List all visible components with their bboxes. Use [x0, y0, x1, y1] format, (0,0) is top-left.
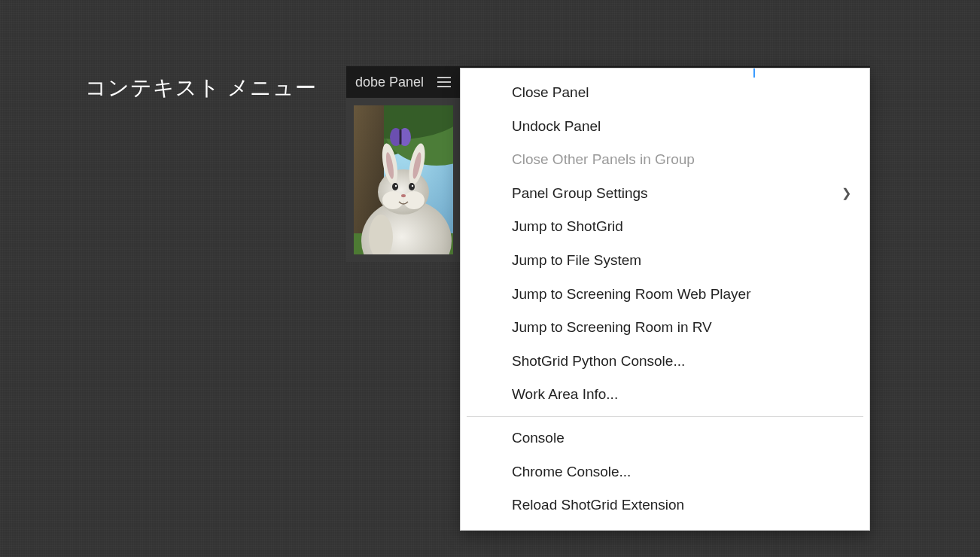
- menu-item-label: Close Panel: [512, 83, 589, 103]
- svg-point-10: [378, 169, 429, 215]
- page-title: コンテキスト メニュー: [85, 74, 317, 102]
- menu-item-work-area-info[interactable]: Work Area Info...: [461, 378, 869, 412]
- svg-point-19: [395, 185, 397, 187]
- svg-point-21: [401, 194, 406, 197]
- menu-item-close-panel[interactable]: Close Panel: [461, 76, 869, 110]
- menu-item-label: Jump to Screening Room Web Player: [512, 285, 751, 305]
- menu-item-jump-to-file-system[interactable]: Jump to File System: [461, 244, 869, 278]
- menu-item-jump-to-screening-room-web[interactable]: Jump to Screening Room Web Player: [461, 278, 869, 312]
- menu-item-label: Jump to File System: [512, 251, 641, 271]
- menu-separator: [467, 416, 863, 417]
- menu-item-label: Reload ShotGrid Extension: [512, 495, 684, 516]
- menu-item-panel-group-settings[interactable]: Panel Group Settings ❯: [461, 177, 869, 211]
- menu-item-label: Undock Panel: [512, 117, 601, 137]
- menu-item-label: Jump to ShotGrid: [512, 217, 623, 237]
- svg-point-18: [409, 183, 415, 190]
- menu-item-chrome-console[interactable]: Chrome Console...: [461, 455, 869, 489]
- panel-tab-label: dobe Panel: [351, 75, 428, 90]
- svg-point-16: [403, 191, 425, 209]
- menu-item-label: Close Other Panels in Group: [512, 150, 695, 170]
- menu-item-label: Chrome Console...: [512, 462, 631, 482]
- menu-item-jump-to-screening-room-rv[interactable]: Jump to Screening Room in RV: [461, 311, 869, 345]
- panel-tab[interactable]: dobe Panel: [346, 71, 455, 93]
- accent-indicator: [753, 68, 755, 78]
- menu-item-jump-to-shotgrid[interactable]: Jump to ShotGrid: [461, 210, 869, 244]
- svg-point-15: [382, 191, 403, 209]
- menu-item-label: ShotGrid Python Console...: [512, 352, 685, 372]
- menu-item-shotgrid-python-console[interactable]: ShotGrid Python Console...: [461, 345, 869, 379]
- context-menu: Close Panel Undock Panel Close Other Pan…: [460, 68, 870, 531]
- menu-item-label: Console: [512, 428, 565, 449]
- menu-item-close-other-panels: Close Other Panels in Group: [461, 143, 869, 177]
- svg-point-17: [392, 183, 398, 190]
- hamburger-icon[interactable]: [433, 71, 455, 93]
- menu-item-label: Work Area Info...: [512, 385, 618, 405]
- menu-item-undock-panel[interactable]: Undock Panel: [461, 110, 869, 144]
- svg-rect-8: [400, 129, 402, 145]
- menu-item-label: Panel Group Settings: [512, 184, 648, 204]
- chevron-right-icon: ❯: [842, 185, 851, 202]
- menu-item-label: Jump to Screening Room in RV: [512, 318, 712, 338]
- panel-body: [346, 98, 461, 262]
- menu-item-reload-shotgrid-extension[interactable]: Reload ShotGrid Extension: [461, 489, 869, 522]
- svg-point-20: [412, 185, 413, 187]
- menu-item-console[interactable]: Console: [461, 422, 869, 455]
- thumbnail-image: [354, 105, 453, 254]
